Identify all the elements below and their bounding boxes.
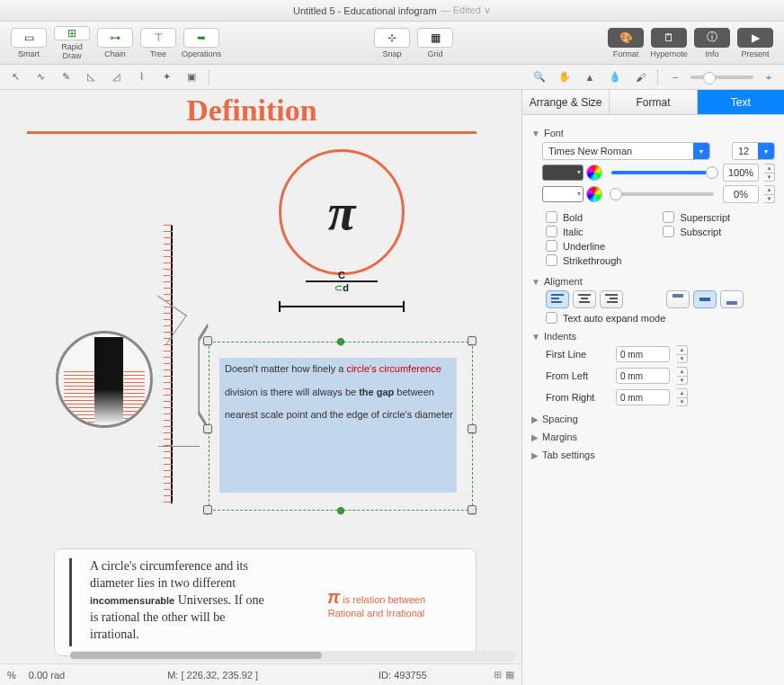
present-icon: ▶ bbox=[737, 28, 773, 48]
rotate-handle[interactable] bbox=[337, 338, 344, 345]
valign-bottom-button[interactable] bbox=[720, 290, 744, 308]
connector-icon[interactable]: ⌇ bbox=[131, 68, 151, 86]
bg-color-swatch[interactable]: ▾ bbox=[542, 186, 584, 202]
opacity-slider-1[interactable] bbox=[611, 171, 714, 174]
brush-icon[interactable]: 🖌 bbox=[630, 68, 650, 86]
valign-middle-button[interactable] bbox=[693, 290, 717, 308]
check-auto-expand[interactable]: Text auto expand mode bbox=[546, 312, 775, 324]
tab-text[interactable]: Text bbox=[698, 90, 784, 114]
scrollbar-thumb[interactable] bbox=[70, 652, 322, 659]
main-text-block[interactable]: Doesn't matter how finely a circle's cir… bbox=[216, 351, 466, 505]
align-left-button[interactable] bbox=[546, 290, 569, 308]
opacity-value-1[interactable]: 100% bbox=[723, 164, 759, 182]
section-font[interactable]: ▼Font bbox=[531, 128, 775, 138]
svg-rect-2 bbox=[726, 301, 737, 305]
section-margins[interactable]: ▶Margins bbox=[531, 431, 775, 442]
status-id: ID: 493755 bbox=[379, 670, 427, 681]
chain-button[interactable]: ⊶Chain bbox=[94, 25, 137, 61]
wand-icon[interactable]: ✦ bbox=[156, 68, 176, 86]
opacity-stepper-1[interactable]: ▲▼ bbox=[764, 164, 775, 182]
check-italic[interactable]: Italic bbox=[546, 226, 621, 237]
stamp-icon[interactable]: ▲ bbox=[580, 68, 600, 86]
selection-handle[interactable] bbox=[203, 336, 212, 345]
zoom-slider[interactable] bbox=[690, 76, 753, 79]
status-icon-2[interactable]: ▦ bbox=[505, 669, 514, 681]
grid-icon: ▦ bbox=[417, 28, 453, 48]
crop-icon[interactable]: ▣ bbox=[182, 68, 201, 86]
horizontal-scrollbar[interactable] bbox=[70, 651, 516, 662]
edit-point-icon[interactable]: ◺ bbox=[81, 68, 101, 86]
brace bbox=[164, 349, 174, 448]
tree-button[interactable]: ⊤Tree bbox=[137, 25, 180, 61]
snap-icon: ⊹ bbox=[374, 28, 410, 48]
color-wheel-icon[interactable] bbox=[586, 186, 602, 202]
tab-arrange[interactable]: Arrange & Size bbox=[522, 90, 610, 114]
eyedropper-icon[interactable]: 💧 bbox=[605, 68, 625, 86]
check-underline[interactable]: Underline bbox=[546, 240, 621, 252]
status-icon-1[interactable]: ⊞ bbox=[494, 669, 502, 681]
smart-button[interactable]: ▭Smart bbox=[7, 25, 50, 61]
indent-first-input[interactable]: 0 mm bbox=[616, 346, 670, 362]
align-right-button[interactable] bbox=[600, 290, 623, 308]
hypernote-button[interactable]: 🗒Hypernote bbox=[647, 25, 690, 61]
opacity-slider-2[interactable] bbox=[611, 192, 714, 196]
selection-handle[interactable] bbox=[468, 336, 477, 345]
tab-format[interactable]: Format bbox=[610, 90, 697, 114]
indent-left-stepper[interactable]: ▲▼ bbox=[677, 367, 688, 385]
selection-handle[interactable] bbox=[468, 505, 477, 514]
inspector-panel: Arrange & Size Format Text ▼Font Times N… bbox=[521, 90, 784, 685]
main-toolbar: ▭Smart ⊞Rapid Draw ⊶Chain ⊤Tree ➥Operati… bbox=[0, 22, 784, 65]
note-right-text: π is relation betweenRational and Irrati… bbox=[288, 558, 465, 646]
rapid-icon: ⊞ bbox=[54, 26, 90, 40]
rapid-draw-button[interactable]: ⊞Rapid Draw bbox=[50, 25, 94, 61]
zoom-out-icon[interactable]: − bbox=[665, 68, 685, 86]
canvas[interactable]: Definition π C ⊂d Doesn't matter how fin… bbox=[0, 90, 521, 663]
check-subscript[interactable]: Subscript bbox=[663, 226, 730, 237]
text-color-swatch[interactable]: ▾ bbox=[542, 165, 584, 181]
section-tab-settings[interactable]: ▶Tab settings bbox=[531, 449, 775, 460]
format-panel-button[interactable]: 🎨Format bbox=[604, 25, 647, 61]
operations-button[interactable]: ➥Operations bbox=[180, 25, 223, 61]
note-box: A circle's circumference and its diamete… bbox=[54, 548, 477, 656]
check-superscript[interactable]: Superscript bbox=[663, 211, 730, 223]
selection-handle[interactable] bbox=[203, 424, 212, 433]
check-bold[interactable]: Bold bbox=[546, 211, 621, 223]
check-strike[interactable]: Strikethrough bbox=[546, 254, 621, 266]
zoom-in-icon[interactable]: + bbox=[759, 68, 779, 86]
status-mouse: M: [ 226.32, 235.92 ] bbox=[167, 670, 258, 681]
hand-tool-icon[interactable]: ✋ bbox=[555, 68, 575, 86]
disclosure-triangle-icon: ▼ bbox=[531, 332, 540, 342]
info-button[interactable]: ⓘInfo bbox=[690, 25, 734, 61]
indent-left-input[interactable]: 0 mm bbox=[616, 368, 670, 384]
section-spacing[interactable]: ▶Spacing bbox=[531, 414, 775, 424]
curve-tool-icon[interactable]: ∿ bbox=[31, 68, 50, 86]
titlebar: Untitled 5 - Educational infogram — Edit… bbox=[0, 0, 784, 22]
present-button[interactable]: ▶Present bbox=[734, 25, 777, 61]
zoom-tool-icon[interactable]: 🔍 bbox=[530, 68, 549, 86]
align-center-button[interactable] bbox=[573, 290, 596, 308]
color-wheel-icon[interactable] bbox=[586, 165, 602, 181]
disclosure-triangle-icon: ▶ bbox=[531, 414, 539, 424]
indent-right-stepper[interactable]: ▲▼ bbox=[677, 388, 688, 406]
font-size-select[interactable]: 12▾ bbox=[732, 142, 775, 160]
selection-handle[interactable] bbox=[203, 505, 212, 514]
snap-button[interactable]: ⊹Snap bbox=[370, 25, 414, 61]
indent-first-stepper[interactable]: ▲▼ bbox=[677, 345, 688, 363]
font-family-select[interactable]: Times New Roman▾ bbox=[542, 142, 710, 160]
palette-icon: 🎨 bbox=[608, 28, 644, 48]
opacity-value-2[interactable]: 0% bbox=[723, 185, 759, 203]
rotate-handle[interactable] bbox=[337, 507, 344, 514]
pen-tool-icon[interactable]: ✎ bbox=[56, 68, 76, 86]
grid-button[interactable]: ▦Grid bbox=[414, 25, 457, 61]
section-alignment[interactable]: ▼Aligment bbox=[531, 276, 775, 287]
selection-handle[interactable] bbox=[468, 424, 477, 433]
status-angle: 0.00 rad bbox=[29, 670, 65, 681]
section-indents[interactable]: ▼Indents bbox=[531, 331, 775, 342]
pointer-tool-icon[interactable]: ↖ bbox=[5, 68, 25, 86]
opacity-stepper-2[interactable]: ▲▼ bbox=[764, 185, 775, 203]
indent-right-input[interactable]: 0 mm bbox=[616, 389, 670, 405]
edited-indicator[interactable]: — Edited ∨ bbox=[441, 4, 491, 16]
edit-line-icon[interactable]: ◿ bbox=[106, 68, 126, 86]
valign-top-button[interactable] bbox=[666, 290, 690, 308]
hypernote-icon: 🗒 bbox=[651, 28, 687, 48]
